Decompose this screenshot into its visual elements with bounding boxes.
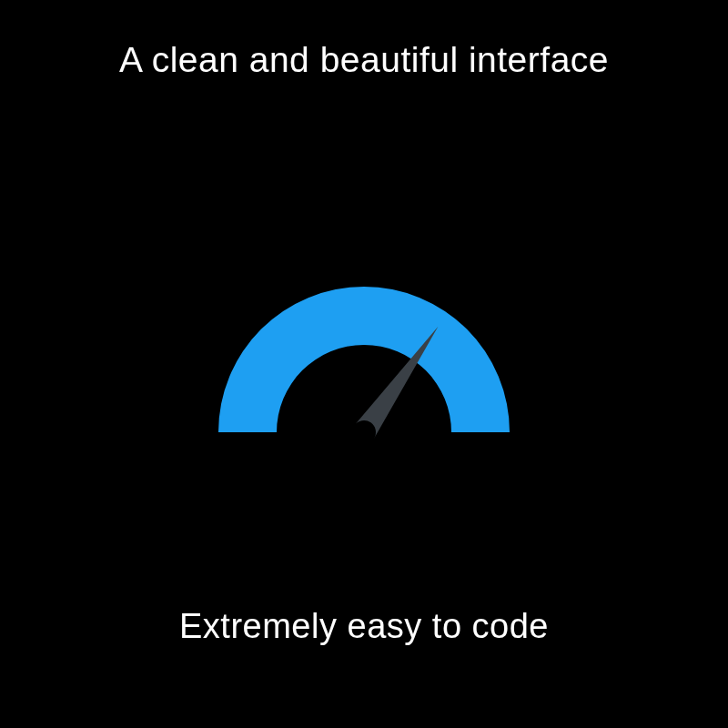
gauge-icon	[205, 259, 523, 450]
gauge-arc	[218, 287, 510, 432]
page-title: A clean and beautiful interface	[119, 36, 609, 85]
page-subtitle: Extremely easy to code	[179, 607, 549, 646]
gauge-widget	[205, 259, 523, 450]
